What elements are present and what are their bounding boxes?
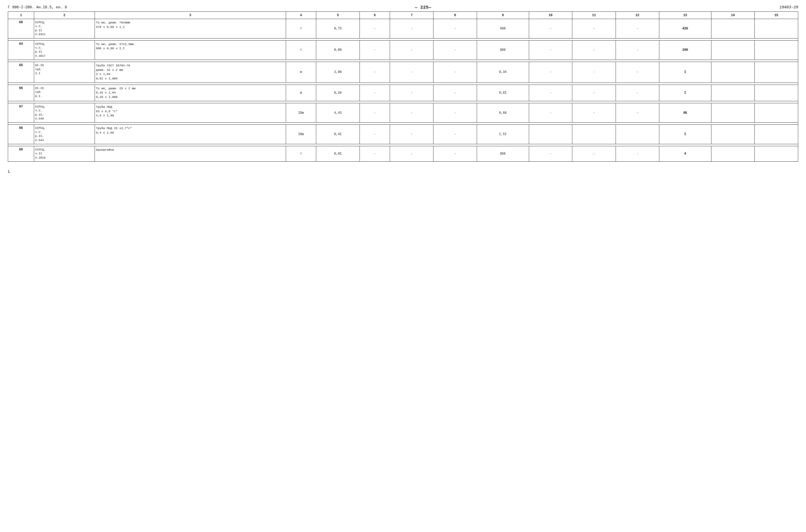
col-header-14: 14 — [711, 12, 755, 19]
header-right: 19463-29 — [780, 5, 798, 10]
table-row: 65ОI-I8таб.3.IТруба ГОСТ I0704-76диам. 3… — [8, 62, 798, 83]
desc-cell: Труба ПНД63 x 6,8 "с"4,9 x I,08 — [95, 103, 286, 122]
code-cell: ССРСЦ,ч.У,р.IIп.9321 — [34, 19, 95, 39]
table-header-row: 1 2 3 4 5 6 7 8 9 10 11 12 13 14 15 — [8, 12, 798, 19]
col-header-3: 3 — [95, 12, 286, 19]
col-header-5: 5 — [316, 12, 360, 19]
code-cell: ССРСЦ,ч.У,р.IX,п.544 — [34, 125, 95, 144]
desc-cell: Труба ГОСТ I0704-76диам. 32 x 2 мм2 x I,… — [95, 62, 286, 83]
desc-cell: То же, диам. 76x8мм578 x 0,88 x I,I — [95, 19, 286, 39]
col-header-10: 10 — [529, 12, 572, 19]
col-header-8: 8 — [434, 12, 477, 19]
table-row: 68ССРСЦ,ч.У,р.IIп.9321То же, диам. 76x8м… — [8, 19, 798, 39]
col-header-1: 1 — [8, 12, 34, 19]
code-cell: ССРСЦ,ч.У,р.IX,п.548 — [34, 103, 95, 122]
spacer-row — [8, 60, 798, 62]
desc-cell: Труба ПНД 25 x2,7"с"0,4 x I,08 — [95, 125, 286, 144]
col-header-6: 6 — [360, 12, 390, 19]
table-row: 68ССРСЦ,ч.У,р.IX,п.544Труба ПНД 25 x2,7"… — [8, 125, 798, 144]
header-left: Г 908-I-200. Ан.I8.5, кн. 8 — [8, 5, 67, 10]
col-header-12: 12 — [616, 12, 659, 19]
desc-cell: То же, диам. 57x2,5мм680 x 0,88 x I,I — [95, 40, 286, 60]
main-table: 1 2 3 4 5 6 7 8 9 10 11 12 13 14 15 68СС… — [8, 12, 798, 162]
spacer-row — [8, 144, 798, 146]
desc-cell: То же, диам. 25 x 2 мм0,25 x I,040,28 x … — [95, 84, 286, 101]
page-header: Г 908-I-200. Ан.I8.5, кн. 8 — 225— 19463… — [8, 5, 798, 10]
table-row: 66ОI-I8таб.8.I.То же, диам. 25 x 2 мм0,2… — [8, 84, 798, 101]
header-center: — 225— — [415, 5, 432, 10]
col-header-11: 11 — [572, 12, 616, 19]
footer-mark: L — [8, 169, 798, 174]
table-row: 64ССРСЦ,ч.У,р.IIп.3817То же, диам. 57x2,… — [8, 40, 798, 60]
table-row: 67ССРСЦ,ч.У,р.IX,п.548Труба ПНД63 x 6,8 … — [8, 103, 798, 122]
spacer-row — [8, 82, 798, 84]
spacer-row — [8, 122, 798, 125]
desc-cell: Кронштейни — [95, 146, 286, 162]
col-header-7: 7 — [390, 12, 434, 19]
col-header-9: 9 — [477, 12, 529, 19]
col-header-13: 13 — [659, 12, 711, 19]
col-header-4: 4 — [286, 12, 316, 19]
col-header-2: 2 — [34, 12, 95, 19]
code-cell: ОI-I8таб.3.I — [34, 62, 95, 83]
table-row: 69ССРСЦ,ч.IIп.2019Кронштейнит0,0I---856-… — [8, 146, 798, 162]
spacer-row — [8, 101, 798, 103]
code-cell: ССРСЦ,ч.IIп.2019 — [34, 146, 95, 162]
code-cell: ОI-I8таб.8.I. — [34, 84, 95, 101]
col-header-15: 15 — [755, 12, 798, 19]
spacer-row — [8, 38, 798, 40]
code-cell: ССРСЦ,ч.У,р.IIп.3817 — [34, 40, 95, 60]
